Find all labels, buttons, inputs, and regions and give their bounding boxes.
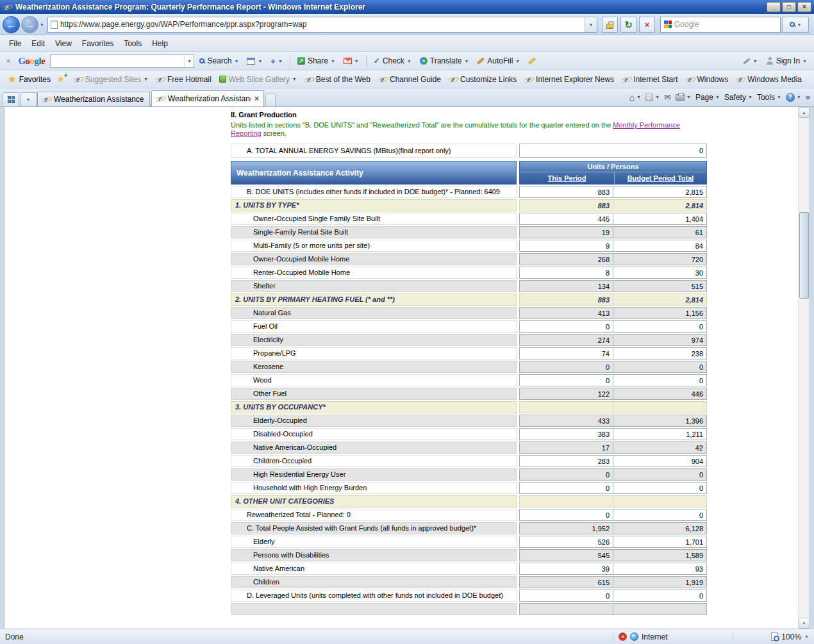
row-label: Natural Gas (231, 307, 517, 319)
tools-menu-button[interactable]: Tools ▼ (757, 93, 781, 102)
recent-pages-dropdown[interactable]: ▼ (40, 22, 44, 27)
this-period-value: 445 (519, 213, 613, 225)
search-history-dropdown[interactable]: ▼ (184, 55, 194, 67)
forward-button[interactable]: → (21, 16, 38, 33)
gadgets-button[interactable]: ▼ (244, 56, 265, 67)
search-box[interactable] (660, 17, 781, 33)
ie-icon: e (156, 75, 165, 84)
zoom-control[interactable]: 100% ▼ (738, 632, 809, 641)
chevron-down-icon: ▼ (278, 59, 283, 63)
budget-total-value: 974 (613, 334, 707, 346)
window-icon (247, 58, 255, 65)
menu-edit[interactable]: Edit (26, 37, 50, 51)
quick-tabs-button[interactable] (3, 92, 19, 106)
search-button[interactable]: ▼ (782, 17, 809, 33)
search-input[interactable] (674, 20, 777, 29)
favorites-button[interactable]: ★ Favorites (3, 72, 56, 86)
menu-bar: FileEditViewFavoritesToolsHelp (0, 35, 814, 52)
plus-icon: + (270, 57, 276, 65)
budget-total-value: 2,814 (613, 293, 707, 306)
add-favorite-button[interactable]: ★ (56, 72, 70, 86)
tab-2[interactable]: e Weatherization Assistanc... × (151, 90, 264, 106)
autofill-button[interactable]: AutoFill ▼ (474, 54, 523, 67)
this-period-value: 883 (519, 293, 613, 306)
close-tab-icon[interactable]: × (254, 94, 260, 103)
menu-help[interactable]: Help (147, 37, 173, 51)
menu-view[interactable]: View (50, 37, 77, 51)
favorites-link[interactable]: eWindows Media (732, 73, 806, 86)
this-period-value: 0 (519, 374, 613, 386)
tab-1[interactable]: e Weatherization Assistance P... (37, 92, 150, 106)
safety-menu-button[interactable]: Safety ▼ (724, 93, 752, 102)
favorites-link[interactable]: eFree Hotmail (152, 73, 215, 86)
menu-file[interactable]: File (4, 37, 26, 51)
add-button[interactable]: + ▼ (267, 55, 286, 67)
security-report-button[interactable] (602, 17, 618, 33)
budget-period-total-column-header[interactable]: Budget Period Total (614, 172, 706, 184)
menu-favorites[interactable]: Favorites (77, 37, 119, 51)
mail-button[interactable]: ▼ (340, 56, 362, 66)
address-dropdown[interactable]: ▼ (585, 17, 597, 32)
this-period-value: 433 (519, 415, 613, 427)
maximize-button[interactable]: □ (782, 2, 796, 12)
translate-button[interactable]: a Translate ▼ (417, 54, 472, 67)
spellcheck-button[interactable]: ✓ Check ▼ (370, 54, 415, 67)
google-search-button[interactable]: Search ▼ (196, 54, 242, 67)
back-button[interactable]: ← (3, 16, 20, 33)
favorites-link[interactable]: eBest of the Web (301, 73, 374, 86)
read-mail-button[interactable]: ✉ (664, 93, 671, 101)
this-period-value: 283 (519, 455, 613, 467)
vertical-scrollbar[interactable]: ▲ ▼ (798, 107, 809, 629)
this-period-column-header[interactable]: This Period (520, 172, 614, 184)
this-period-value: 39 (519, 563, 613, 575)
new-tab-button[interactable] (265, 94, 276, 106)
favorites-link[interactable]: eSuggested Sites▼ (70, 73, 152, 86)
favorites-link[interactable]: eCustomize Links (445, 73, 520, 86)
browser-window: e Weatherization Assistance Program: Qua… (0, 0, 814, 644)
this-period-value: 383 (519, 428, 613, 440)
minimize-button[interactable]: _ (767, 2, 781, 12)
toolbar-options-button[interactable]: ▼ (740, 57, 761, 65)
menu-tools[interactable]: Tools (119, 37, 147, 51)
table-row: Propane/LPG74238 (231, 347, 710, 359)
close-toolbar-icon[interactable]: × (4, 57, 13, 65)
help-button[interactable]: ? ▼ (786, 93, 801, 102)
sign-in-button[interactable]: Sign In ▼ (763, 54, 810, 67)
chevron-down-icon: ▼ (144, 77, 148, 81)
stop-button[interactable]: × (639, 17, 655, 33)
this-period-value: 9 (519, 240, 613, 252)
tab-list-button[interactable]: ▼ (20, 92, 37, 106)
page-error-icon[interactable]: × (619, 632, 627, 641)
scroll-down-button[interactable]: ▼ (799, 618, 810, 629)
search-icon (790, 22, 795, 27)
google-toolbar-search-input[interactable]: ▼ (50, 54, 194, 68)
highlight-button[interactable] (525, 58, 539, 64)
table-row: Single-Family Rental Site Built1961 (231, 226, 710, 238)
page-menu-button[interactable]: Page ▼ (695, 93, 720, 102)
favorites-link[interactable]: Web Slice Gallery▼ (215, 73, 301, 86)
home-button[interactable]: ⌂ ▼ (629, 93, 641, 102)
scrollbar-thumb[interactable] (799, 212, 809, 299)
favorites-link[interactable]: eInternet Explorer News (520, 73, 618, 86)
share-button[interactable]: ↗ Share ▼ (294, 54, 338, 67)
feeds-button[interactable]: ▼ (645, 94, 660, 101)
close-button[interactable]: × (797, 2, 811, 12)
row-label: Owner-Occupied Mobile Home (231, 253, 517, 265)
star-plus-icon: ★ (57, 74, 65, 84)
favorites-link[interactable]: eWindows (682, 73, 733, 86)
toolbar-overflow-chevron[interactable]: » (806, 92, 810, 102)
address-bar[interactable]: https://www.page.energy.gov/WAP/Performa… (47, 17, 597, 33)
units-persons-header: Units / Persons (520, 161, 706, 172)
budget-total-value: 1,156 (613, 307, 707, 319)
status-text: Done (5, 632, 608, 641)
print-button[interactable]: ▼ (676, 94, 691, 101)
favorites-link[interactable]: eInternet Start (618, 73, 681, 86)
budget-total-value: 1,589 (613, 549, 707, 561)
favorites-link[interactable]: eChannel Guide (374, 73, 445, 86)
scroll-up-button[interactable]: ▲ (799, 107, 810, 118)
refresh-button[interactable]: ↻ (620, 17, 636, 33)
budget-total-value: 515 (613, 280, 707, 292)
url-text[interactable]: https://www.page.energy.gov/WAP/Performa… (60, 20, 582, 29)
window-controls: _ □ × (767, 2, 811, 12)
chevron-down-icon: ▼ (655, 95, 660, 99)
